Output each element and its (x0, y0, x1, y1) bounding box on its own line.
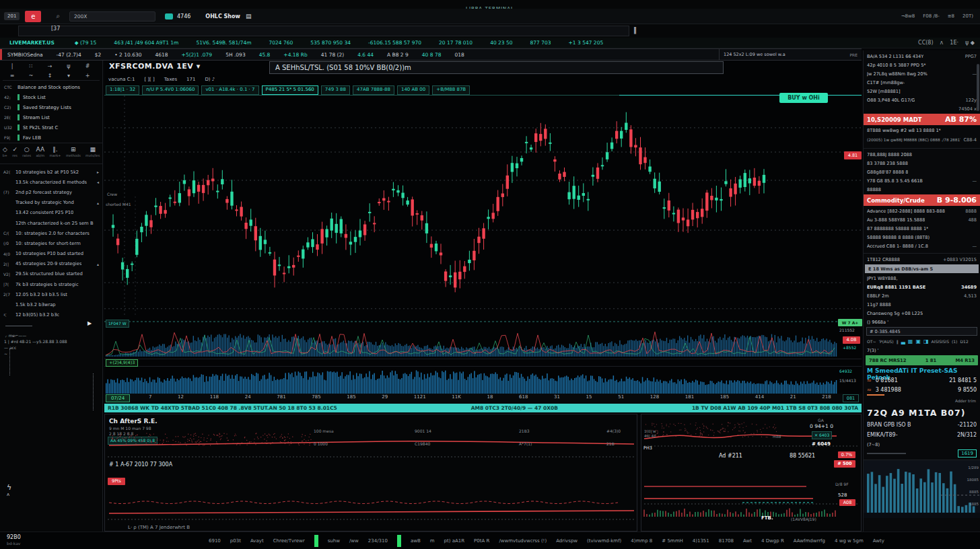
volume-pane[interactable] (104, 367, 862, 394)
sidebar-row[interactable]: C1T# [mm88gw- (864, 78, 980, 87)
tool-icon[interactable]: | (3, 62, 22, 71)
tab-label[interactable]: [37 (51, 26, 60, 32)
cube-icon[interactable]: ▤ (246, 13, 252, 20)
toolbar-item[interactable]: ▣ (915, 338, 921, 344)
list-item[interactable]: 12th characterized k-on 25 sem B (0, 218, 102, 228)
tool-icon[interactable]: ~ (22, 71, 40, 81)
toolbar-item[interactable]: ˈP(AUS) (878, 339, 893, 344)
sidebar-row[interactable]: EMIKA/T89-2N/312 (864, 430, 980, 440)
sidebar-row[interactable]: BRAN GPB ISO B-21120 (864, 420, 980, 430)
sidebar-row[interactable]: Y78 G8 85.8 3 5.45 661B— (864, 176, 980, 185)
toolbar-item[interactable]: AISISISIS (932, 339, 949, 344)
chart-tool[interactable]: D) ♪ (205, 77, 215, 82)
sidebar-item[interactable]: CTCBalance and Stock options (0, 82, 102, 92)
toolbar-icon[interactable]: ¬8w8 (901, 13, 915, 19)
status-item[interactable]: Awty (873, 538, 884, 544)
ohlc-chip[interactable]: 749 3 88 (321, 85, 350, 95)
toolbar-item[interactable]: ◨ (923, 338, 929, 344)
list-item[interactable]: Tracked by strategic Yond▴ (0, 198, 102, 208)
sidebar-item[interactable]: C2)Saved Strategy Lists (0, 102, 102, 112)
status-item[interactable]: Avayt (250, 538, 264, 544)
sidebar-row[interactable]: 788,888J 8888 2088 (864, 150, 980, 159)
sidebar-row[interactable]: 83 3788 238 5888 (864, 159, 980, 168)
chart-tool[interactable]: [ ][ ] (144, 77, 154, 82)
indicator-pane[interactable] (104, 316, 862, 359)
tab-container[interactable] (18, 26, 629, 36)
list-item[interactable]: 1.5k b3.2 b3wrap (0, 299, 102, 309)
toolbar-item[interactable]: ▃ (901, 338, 905, 344)
shape-tool[interactable]: ✓res (12, 145, 18, 163)
status-item[interactable]: 234/310 (368, 538, 388, 544)
status-item[interactable]: Awt (743, 538, 752, 544)
toolbar-icon[interactable]: F08 /8- (923, 13, 940, 19)
item-arrow-icon[interactable]: ▴ (97, 200, 99, 205)
ticker-icon[interactable]: 1E· (950, 40, 958, 46)
sidebar-row[interactable]: Advance [882-2888] 8888 883-8888888 (864, 207, 980, 215)
sidebar-row[interactable]: E88LF 2m4,513 (864, 291, 980, 300)
toolbar-item[interactable]: ▦ (908, 338, 913, 344)
list-item[interactable]: (/010: strategies for short-term (0, 238, 102, 248)
sidebar-slider[interactable] (5, 326, 32, 326)
position-row[interactable]: ≈3 4819889 8550 (864, 385, 980, 394)
symbol-title[interactable]: XFSRCOM.DVA 1EV ▾ (109, 62, 201, 71)
shape-tool[interactable]: ○rates (22, 145, 31, 163)
sidebar-row[interactable]: 11g7 8888 (864, 300, 980, 309)
shape-tool[interactable]: ▦mvts/les (85, 145, 100, 163)
ohlc-chip[interactable]: 140 AB 00 (397, 85, 429, 95)
sidebar-row[interactable]: 88888 (864, 185, 980, 194)
ohlc-chip[interactable]: n/U P 5.4V0 1:06060 (142, 85, 199, 95)
shape-tool[interactable]: AAab/m (36, 145, 44, 163)
ticker-icon[interactable]: ψ ◆ (965, 40, 975, 46)
status-item[interactable]: m (430, 538, 435, 544)
sidebar-row[interactable]: 8T888 ww8wg #2 w8 13 8888 1* (864, 126, 980, 135)
brand-button[interactable]: e (25, 11, 41, 22)
chart-tool[interactable]: Taxes (164, 77, 177, 82)
scrollbar-thumb[interactable] (977, 64, 979, 111)
chart-tool[interactable]: 171 (186, 77, 195, 82)
ohlc-chip[interactable]: P485 21 5* 5 01.560 (262, 85, 318, 95)
shape-tools-row[interactable]: ◇b+✓res○ratesAAab/m‖.mark+⊞methods▦mvts/… (0, 143, 102, 164)
toolbar-icon[interactable]: ≡8 (948, 13, 954, 19)
sidebar-row[interactable]: O88 3,P48 40L G17/G122y (864, 96, 980, 104)
indicator-overlay-box[interactable]: A SEHhSL/TSL. (S01 58 10%V BB(0/2))m (269, 61, 724, 74)
list-item[interactable]: 4(010 strategies P10 bad started (0, 249, 102, 259)
sidebar-row[interactable]: (7~8) (864, 440, 980, 449)
sidebar-input[interactable]: # 0-385.4845 (866, 327, 977, 336)
item-arrow-icon[interactable]: ◂ (97, 180, 99, 184)
toolbar-item[interactable]: OT~ (867, 339, 876, 344)
alert-banner[interactable]: 10,S20009 MADTAB 87% (864, 114, 980, 125)
status-item[interactable]: 81708 (719, 538, 734, 544)
tool-icon[interactable]: ∷ (22, 62, 40, 71)
list-item[interactable]: A2(10 strategies b2 at P10 5k2▸ (0, 167, 102, 177)
sidebar-row[interactable]: 52W [m88881] (864, 87, 980, 96)
ohlc-chip[interactable]: v01 · A18.4k · 0.1 · 7 (201, 85, 258, 95)
ohlc-show-menu[interactable]: OHLC Show (205, 13, 240, 20)
drawing-tools-grid[interactable]: |∷→ψ#≡~↕▾+ (3, 62, 100, 81)
progress-chip[interactable]: 1619 (958, 449, 977, 458)
tool-icon[interactable]: + (78, 71, 97, 81)
list-item[interactable]: 2(|45 strategies 20-9 strategies▴ (0, 259, 102, 269)
list-item[interactable]: 2(712.05 b3.2 b3 b3.5 list (0, 289, 102, 299)
status-item[interactable]: pt) aA1R (444, 538, 465, 544)
status-item[interactable]: /wwmvtudvwcrss (!) (499, 538, 547, 544)
status-item[interactable]: Adrivspw (556, 538, 578, 544)
status-item[interactable]: 6910 (209, 538, 221, 544)
tool-icon[interactable]: ↕ (40, 71, 59, 81)
sidebar-item[interactable]: 2E(Stream List (0, 112, 102, 122)
status-item[interactable]: /ww (349, 538, 359, 544)
list-item[interactable]: 13.42 consistent P25 P10 (0, 208, 102, 218)
toolbar-item[interactable]: ‖ (897, 339, 899, 344)
ohlc-chip[interactable]: 1:18|1 · 32 (106, 85, 139, 95)
sidebar-row[interactable]: Accrued C88 1- 8888 / 1C.8— (864, 242, 980, 250)
sidebar-item[interactable]: 42;Stock List (0, 92, 102, 102)
sidebar-row[interactable]: Jw 27L8q w88Nm 8wg 20%— (864, 69, 980, 78)
sidebar-item[interactable]: U32St Pk2L Strat C (0, 122, 102, 133)
candlestick-chart[interactable] (104, 96, 862, 316)
sidebar-row[interactable]: 42p 4010 8 5 3887 PPD 5* (864, 61, 980, 69)
buy-signal-badge[interactable]: BUY w OHi (779, 93, 828, 103)
status-item[interactable]: 4 Dwgp R (761, 538, 784, 544)
sidebar-row[interactable]: EURq8 8881 1191 BASE34689 (864, 283, 980, 291)
shape-tool[interactable]: ⊞methods (66, 145, 81, 163)
status-items[interactable]: 6910p03tAvaytChree/Tvrewrsuhw/ww234/310a… (209, 532, 976, 549)
status-item[interactable]: awB (411, 538, 421, 544)
